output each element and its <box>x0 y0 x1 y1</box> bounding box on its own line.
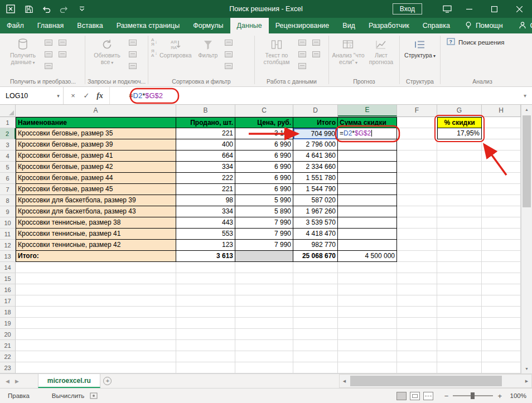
remove-duplicates-icon[interactable] <box>297 50 308 59</box>
ribbon-display-options-icon[interactable] <box>438 0 457 18</box>
zoom-in-icon[interactable]: + <box>497 392 502 400</box>
queries-connections-icon[interactable] <box>127 38 138 47</box>
row-header-23[interactable]: 23 <box>0 362 16 373</box>
cell-F5[interactable] <box>397 162 437 173</box>
column-header-B[interactable]: B <box>176 105 235 116</box>
close-button[interactable] <box>507 0 532 18</box>
cell-F12[interactable] <box>397 240 437 251</box>
cell-A19[interactable] <box>16 318 176 329</box>
properties-icon[interactable] <box>127 50 138 59</box>
outline-button[interactable]: Структура▾ <box>403 35 437 60</box>
cell-G16[interactable] <box>437 284 482 295</box>
cell-G1[interactable]: % скидки <box>437 117 482 128</box>
cell-B22[interactable] <box>176 351 235 362</box>
row-header-6[interactable]: 6 <box>0 173 16 184</box>
cell-E20[interactable] <box>338 329 397 340</box>
tab-view[interactable]: Вид <box>336 18 362 33</box>
row-header-18[interactable]: 18 <box>0 307 16 318</box>
zoom-slider[interactable] <box>453 395 493 396</box>
edit-links-icon[interactable] <box>127 61 138 71</box>
cell-A13[interactable]: Итого: <box>16 251 176 262</box>
cell-G3[interactable] <box>437 139 482 150</box>
cell-C18[interactable] <box>235 307 293 318</box>
undo-icon[interactable] <box>41 4 51 14</box>
horizontal-scroll-thumb[interactable] <box>350 376 502 386</box>
tab-home[interactable]: Главная <box>31 18 71 33</box>
cell-E9[interactable] <box>338 206 397 217</box>
cell-D13[interactable]: 25 068 670 <box>293 251 338 262</box>
tab-page-layout[interactable]: Разметка страницы <box>110 18 186 33</box>
cell-D16[interactable] <box>293 284 338 295</box>
cell-D15[interactable] <box>293 273 338 284</box>
cell-B18[interactable] <box>176 307 235 318</box>
cell-D14[interactable] <box>293 262 338 273</box>
cell-D10[interactable]: 3 539 570 <box>293 217 338 229</box>
sort-button[interactable]: АЯЯА Сортировка <box>158 35 193 59</box>
cell-G18[interactable] <box>437 307 482 318</box>
cell-E7[interactable] <box>338 184 397 195</box>
cell-G22[interactable] <box>437 351 482 362</box>
cell-F18[interactable] <box>397 307 437 318</box>
cell-B21[interactable] <box>176 340 235 351</box>
cell-A12[interactable]: Кроссовки теннисные, размер 42 <box>16 240 176 251</box>
select-all-corner[interactable] <box>0 105 16 116</box>
row-header-22[interactable]: 22 <box>0 351 16 362</box>
cell-H16[interactable] <box>482 284 521 295</box>
cell-D5[interactable]: 2 334 660 <box>293 162 338 173</box>
cell-H14[interactable] <box>482 262 521 273</box>
scroll-right-icon[interactable]: ▶ <box>522 375 531 387</box>
tab-insert[interactable]: Вставка <box>70 18 109 33</box>
cell-H19[interactable] <box>482 318 521 329</box>
vertical-scrollbar[interactable]: ▲ ▼ <box>521 105 532 373</box>
cell-D1[interactable]: Итого <box>293 117 338 128</box>
relationships-icon[interactable] <box>297 61 308 71</box>
scroll-left-icon[interactable]: ◀ <box>340 375 349 387</box>
cell-F15[interactable] <box>397 273 437 284</box>
cell-B11[interactable]: 553 <box>176 229 235 240</box>
cell-E14[interactable] <box>338 262 397 273</box>
cell-C1[interactable]: Цена, руб. <box>235 117 293 128</box>
cell-B15[interactable] <box>176 273 235 284</box>
cell-E6[interactable] <box>338 173 397 184</box>
cell-A17[interactable] <box>16 295 176 307</box>
column-header-F[interactable]: F <box>397 105 437 116</box>
cell-G12[interactable] <box>437 240 482 251</box>
sort-az-icon[interactable]: АЯ↓ <box>151 38 157 47</box>
cell-C14[interactable] <box>235 262 293 273</box>
cell-A2[interactable]: Кроссовки беговые, размер 35 <box>16 128 176 139</box>
cancel-entry-icon[interactable]: × <box>67 90 79 102</box>
cell-A3[interactable]: Кроссовки беговые, размер 39 <box>16 139 176 150</box>
name-box-caret-icon[interactable]: ▾ <box>54 87 64 104</box>
customize-qat-icon[interactable] <box>77 4 87 14</box>
cell-D7[interactable]: 1 544 790 <box>293 184 338 195</box>
cell-H3[interactable] <box>482 139 521 150</box>
cell-B1[interactable]: Продано, шт. <box>176 117 235 128</box>
cell-G21[interactable] <box>437 340 482 351</box>
cell-E16[interactable] <box>338 284 397 295</box>
macro-record-icon[interactable] <box>90 392 98 399</box>
tab-help[interactable]: Справка <box>416 18 457 33</box>
cell-C21[interactable] <box>235 340 293 351</box>
column-header-H[interactable]: H <box>482 105 521 116</box>
cell-C2[interactable]: 3 190 <box>235 128 293 139</box>
cell-G23[interactable] <box>437 362 482 373</box>
row-header-20[interactable]: 20 <box>0 329 16 340</box>
name-box[interactable]: LOG10 <box>0 87 54 104</box>
tab-file[interactable]: Файл <box>0 18 31 33</box>
cell-F3[interactable] <box>397 139 437 150</box>
sign-in-button[interactable]: Вход <box>393 3 422 14</box>
cell-C9[interactable]: 5 890 <box>235 206 293 217</box>
flash-fill-icon[interactable] <box>297 38 308 47</box>
column-header-A[interactable]: A <box>16 105 176 116</box>
cell-E23[interactable] <box>338 362 397 373</box>
cell-E1[interactable]: Сумма скидки <box>338 117 397 128</box>
cell-E22[interactable] <box>338 351 397 362</box>
cell-B5[interactable]: 334 <box>176 162 235 173</box>
row-header-17[interactable]: 17 <box>0 295 16 307</box>
from-table-range-icon[interactable] <box>43 50 54 59</box>
cell-F9[interactable] <box>397 206 437 217</box>
row-header-5[interactable]: 5 <box>0 162 16 173</box>
row-header-4[interactable]: 4 <box>0 150 16 162</box>
tab-data[interactable]: Данные <box>230 18 269 33</box>
cell-H6[interactable] <box>482 173 521 184</box>
